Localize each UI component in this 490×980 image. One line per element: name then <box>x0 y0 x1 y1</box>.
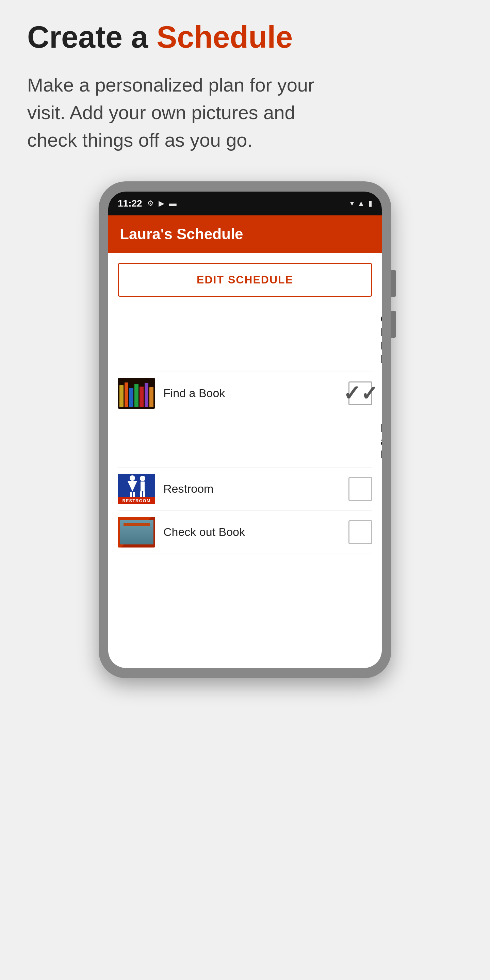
phone-frame: 11:22 ⚙ ▶ ▬ ▾ ▲ ▮ Laura's Schedule EDIT … <box>99 181 391 678</box>
item-checkbox-checked[interactable]: ✓ <box>348 382 372 405</box>
signal-icon: ▲ <box>357 199 365 208</box>
app-content: EDIT SCHEDULE Go to Normal Public Librar… <box>108 253 382 574</box>
status-bar-right: ▾ ▲ ▮ <box>350 199 372 208</box>
list-item: Read a Book ✓ <box>118 415 372 468</box>
gear-icon: ⚙ <box>147 199 154 208</box>
battery-icon: ▮ <box>368 199 372 208</box>
page-title: Create a Schedule <box>27 21 463 54</box>
title-highlight: Schedule <box>156 20 293 54</box>
phone-icon: ▬ <box>169 199 177 208</box>
item-thumbnail-restroom: RESTROOM <box>118 474 155 504</box>
item-label: Read a Book <box>380 421 382 461</box>
play-icon: ▶ <box>159 199 164 208</box>
wifi-icon: ▾ <box>350 199 354 208</box>
item-checkbox-empty[interactable] <box>348 520 372 544</box>
item-label: Find a Book <box>163 387 340 400</box>
item-label: Restroom <box>163 482 340 495</box>
page-subtitle: Make a personalized plan for your visit.… <box>27 71 334 154</box>
list-item: RESTROOM Restroom <box>118 468 372 511</box>
status-time: 11:22 <box>118 198 142 209</box>
status-bar-left: 11:22 ⚙ ▶ ▬ <box>118 198 177 209</box>
phone-container: 11:22 ⚙ ▶ ▬ ▾ ▲ ▮ Laura's Schedule EDIT … <box>27 181 463 678</box>
app-header-title: Laura's Schedule <box>120 226 243 242</box>
app-header: Laura's Schedule <box>108 215 382 253</box>
page-header: Create a Schedule Make a personalized pl… <box>27 21 463 154</box>
item-label: Go to Normal Public Library <box>380 312 382 366</box>
list-item: Find a Book ✓ <box>118 372 372 415</box>
title-prefix: Create a <box>27 20 156 54</box>
item-label: Check out Book <box>163 525 340 539</box>
phone-screen: 11:22 ⚙ ▶ ▬ ▾ ▲ ▮ Laura's Schedule EDIT … <box>108 192 382 668</box>
checkmark-icon: ✓ <box>343 383 378 404</box>
item-thumbnail-books <box>118 378 155 409</box>
list-item: Go to Normal Public Library ✓ <box>118 306 372 372</box>
list-item: Check out Book <box>118 511 372 554</box>
item-thumbnail-checkout <box>118 517 155 547</box>
status-bar: 11:22 ⚙ ▶ ▬ ▾ ▲ ▮ <box>108 192 382 215</box>
item-checkbox-empty[interactable] <box>348 477 372 501</box>
restroom-label: RESTROOM <box>118 497 155 504</box>
edit-schedule-button[interactable]: EDIT SCHEDULE <box>118 263 372 297</box>
